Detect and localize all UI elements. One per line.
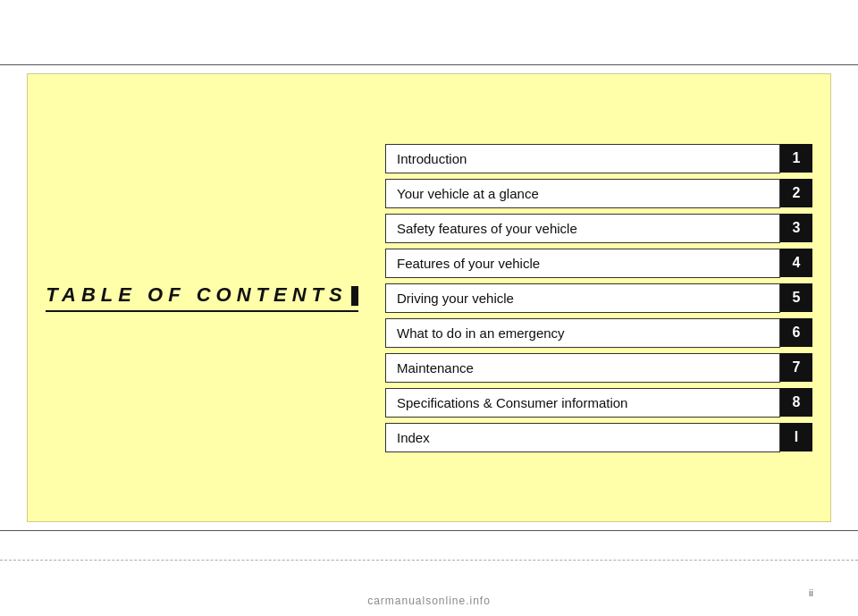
- toc-row[interactable]: Features of your vehicle4: [385, 249, 812, 278]
- toc-item-number-5: 5: [780, 283, 812, 312]
- toc-item-number-8: 8: [780, 388, 812, 417]
- toc-item-label-4: Features of your vehicle: [385, 249, 780, 278]
- toc-list: Introduction1Your vehicle at a glance2Sa…: [376, 126, 830, 470]
- toc-item-number-4: 4: [780, 249, 812, 277]
- main-content: TABLE OF CONTENTS Introduction1Your vehi…: [27, 73, 831, 522]
- toc-row[interactable]: Safety features of your vehicle3: [385, 214, 812, 243]
- title-cursor: [351, 286, 358, 306]
- toc-item-number-7: 7: [780, 353, 812, 382]
- toc-item-label-1: Introduction: [385, 144, 780, 173]
- toc-item-number-2: 2: [780, 179, 812, 207]
- toc-row[interactable]: Your vehicle at a glance2: [385, 179, 812, 208]
- toc-item-number-1: 1: [780, 144, 812, 173]
- bottom-divider: [0, 530, 858, 531]
- toc-item-label-7: Maintenance: [385, 353, 780, 383]
- toc-item-label-8: Specifications & Consumer information: [385, 388, 780, 418]
- title-text: TABLE OF CONTENTS: [46, 283, 347, 306]
- toc-row[interactable]: Introduction1: [385, 144, 812, 173]
- toc-item-label-2: Your vehicle at a glance: [385, 179, 780, 208]
- top-divider: [0, 64, 858, 65]
- toc-item-number-9: I: [780, 423, 812, 451]
- toc-row[interactable]: Specifications & Consumer information8: [385, 388, 812, 418]
- toc-row[interactable]: Driving your vehicle5: [385, 283, 812, 313]
- watermark: carmanualsonline.info: [0, 595, 858, 607]
- left-section: TABLE OF CONTENTS: [28, 266, 376, 330]
- toc-item-label-3: Safety features of your vehicle: [385, 214, 780, 243]
- toc-item-label-6: What to do in an emergency: [385, 318, 780, 348]
- toc-row[interactable]: What to do in an emergency6: [385, 318, 812, 348]
- toc-item-label-9: Index: [385, 423, 780, 452]
- toc-row[interactable]: IndexI: [385, 423, 812, 452]
- toc-item-number-3: 3: [780, 214, 812, 242]
- table-of-contents-title: TABLE OF CONTENTS: [46, 283, 358, 312]
- toc-row[interactable]: Maintenance7: [385, 353, 812, 383]
- toc-item-number-6: 6: [780, 318, 812, 347]
- dashed-divider: [0, 560, 858, 561]
- toc-item-label-5: Driving your vehicle: [385, 283, 780, 313]
